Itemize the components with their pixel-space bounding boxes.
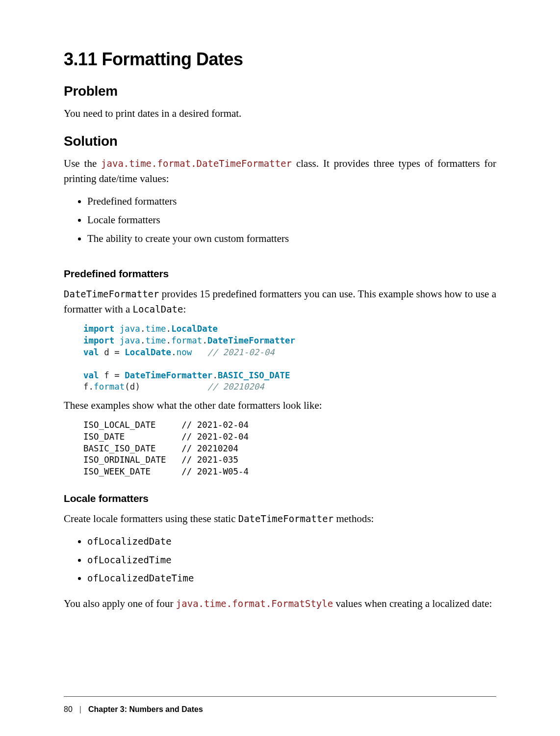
code-token: java (114, 336, 140, 345)
inline-code: java.time.format.DateTimeFormatter (101, 158, 292, 169)
code-token: . (140, 336, 146, 345)
text: Use the (64, 158, 101, 169)
code-token: . (202, 336, 207, 345)
code-token: java (114, 324, 140, 334)
page-footer: 80 | Chapter 3: Numbers and Dates (64, 705, 496, 714)
predefined-para: DateTimeFormatter provides 15 predefined… (64, 287, 496, 316)
code-token: LocalDate (171, 324, 218, 334)
predefined-after-code: These examples show what the other date … (64, 398, 496, 413)
code-token: time (145, 336, 166, 345)
inline-code: DateTimeFormatter (238, 513, 333, 524)
list-item: Predefined formatters (87, 193, 496, 210)
footer-rule (64, 696, 496, 697)
solution-bullets: Predefined formatters Locale formatters … (64, 193, 496, 247)
list-item: The ability to create your own custom fo… (87, 230, 496, 248)
code-token: . (89, 382, 94, 392)
list-item: ofLocalizedTime (87, 552, 496, 569)
code-token (192, 347, 207, 357)
text: You also apply one of four (64, 598, 176, 609)
code-comment: // 2021-02-04 (207, 347, 275, 357)
problem-text: You need to print dates in a desired for… (64, 106, 496, 121)
inline-code: ofLocalizedDate (87, 536, 172, 547)
code-token: import (83, 336, 114, 345)
locale-intro: Create locale formatters using these sta… (64, 511, 496, 526)
solution-intro: Use the java.time.format.DateTimeFormatt… (64, 156, 496, 186)
code-token: . (166, 336, 172, 345)
code-token: format (171, 336, 202, 345)
code-block-predefined: import java.time.LocalDate import java.t… (83, 323, 496, 393)
code-token: LocalDate (125, 347, 171, 357)
code-token: . (212, 370, 218, 380)
page-number: 80 (64, 705, 73, 714)
inline-code: ofLocalizedDateTime (87, 573, 194, 583)
code-token (140, 382, 207, 392)
code-comment: // 20210204 (207, 382, 264, 392)
section-title: 3.11 Formatting Dates (64, 49, 496, 70)
problem-heading: Problem (64, 83, 496, 99)
code-token: . (140, 324, 146, 334)
code-token: now (177, 347, 192, 357)
text: : (183, 303, 186, 315)
code-token: f (83, 382, 89, 392)
list-item: ofLocalizedDateTime (87, 570, 496, 587)
locale-outro: You also apply one of four java.time.for… (64, 596, 496, 611)
code-token: val (83, 370, 99, 380)
locale-heading: Locale formatters (64, 493, 496, 504)
code-token: = (114, 370, 125, 380)
footer-separator: | (79, 705, 81, 714)
code-token: = (114, 347, 125, 357)
code-block-examples: ISO_LOCAL_DATE // 2021-02-04 ISO_DATE //… (83, 420, 496, 477)
chapter-label: Chapter 3: Numbers and Dates (88, 705, 203, 714)
locale-bullets: ofLocalizedDate ofLocalizedTime ofLocali… (64, 533, 496, 587)
text: methods: (333, 513, 374, 525)
code-token: import (83, 324, 114, 334)
code-token: time (145, 324, 166, 334)
code-token: (d) (125, 382, 140, 392)
code-token: f (99, 370, 115, 380)
predefined-heading: Predefined formatters (64, 268, 496, 280)
solution-heading: Solution (64, 133, 496, 149)
code-token: BASIC_ISO_DATE (218, 370, 290, 380)
code-token: DateTimeFormatter (207, 336, 295, 345)
code-token: d (99, 347, 115, 357)
code-token: DateTimeFormatter (125, 370, 212, 380)
code-token: . (171, 347, 177, 357)
list-item: Locale formatters (87, 211, 496, 229)
code-token: . (166, 324, 172, 334)
text: values when creating a localized date: (333, 598, 492, 609)
inline-code: java.time.format.FormatStyle (176, 598, 333, 609)
inline-code: LocalDate (133, 304, 183, 315)
inline-code: DateTimeFormatter (64, 289, 159, 299)
text: Create locale formatters using these sta… (64, 513, 238, 525)
code-token: val (83, 347, 99, 357)
page: 3.11 Formatting Dates Problem You need t… (0, 0, 560, 736)
list-item: ofLocalizedDate (87, 533, 496, 551)
code-token: format (94, 382, 125, 392)
inline-code: ofLocalizedTime (87, 554, 172, 565)
